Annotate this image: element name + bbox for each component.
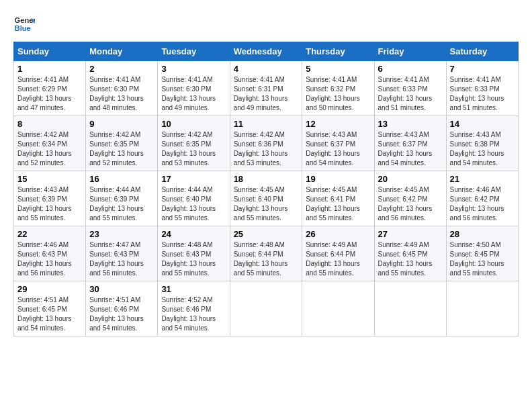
day-number: 27 — [378, 229, 443, 239]
day-info: Sunrise: 4:45 AMSunset: 6:40 PMDaylight:… — [234, 185, 299, 223]
calendar-cell: 13 Sunrise: 4:43 AMSunset: 6:37 PMDaylig… — [374, 116, 446, 171]
day-info: Sunrise: 4:41 AMSunset: 6:30 PMDaylight:… — [161, 75, 226, 113]
day-info: Sunrise: 4:41 AMSunset: 6:29 PMDaylight:… — [17, 75, 82, 113]
day-number: 26 — [306, 229, 370, 239]
day-number: 20 — [378, 174, 443, 184]
day-number: 7 — [450, 64, 515, 74]
page-header: General Blue — [13, 13, 519, 35]
day-info: Sunrise: 4:42 AMSunset: 6:34 PMDaylight:… — [17, 130, 82, 168]
day-number: 2 — [89, 64, 154, 74]
day-info: Sunrise: 4:51 AMSunset: 6:46 PMDaylight:… — [89, 295, 154, 333]
day-info: Sunrise: 4:41 AMSunset: 6:33 PMDaylight:… — [378, 75, 443, 113]
calendar-cell: 10 Sunrise: 4:42 AMSunset: 6:35 PMDaylig… — [158, 116, 230, 171]
day-info: Sunrise: 4:50 AMSunset: 6:45 PMDaylight:… — [450, 240, 515, 278]
calendar-cell: 25 Sunrise: 4:48 AMSunset: 6:44 PMDaylig… — [230, 226, 302, 281]
weekday-header-tuesday: Tuesday — [158, 42, 230, 61]
day-number: 16 — [89, 174, 154, 184]
day-info: Sunrise: 4:44 AMSunset: 6:39 PMDaylight:… — [89, 185, 154, 223]
day-number: 6 — [378, 64, 443, 74]
calendar-week-2: 8 Sunrise: 4:42 AMSunset: 6:34 PMDayligh… — [14, 116, 519, 171]
day-number: 29 — [17, 284, 82, 294]
day-number: 4 — [234, 64, 299, 74]
day-number: 14 — [450, 119, 515, 129]
day-number: 10 — [161, 119, 226, 129]
calendar-cell: 22 Sunrise: 4:46 AMSunset: 6:43 PMDaylig… — [14, 226, 86, 281]
calendar-cell: 6 Sunrise: 4:41 AMSunset: 6:33 PMDayligh… — [374, 61, 446, 116]
day-info: Sunrise: 4:49 AMSunset: 6:44 PMDaylight:… — [306, 240, 370, 278]
calendar-cell: 21 Sunrise: 4:46 AMSunset: 6:42 PMDaylig… — [446, 171, 518, 226]
calendar-cell: 26 Sunrise: 4:49 AMSunset: 6:44 PMDaylig… — [302, 226, 374, 281]
day-info: Sunrise: 4:52 AMSunset: 6:46 PMDaylight:… — [161, 295, 226, 333]
day-number: 23 — [89, 229, 154, 239]
day-number: 22 — [17, 229, 82, 239]
calendar-week-3: 15 Sunrise: 4:43 AMSunset: 6:39 PMDaylig… — [14, 171, 519, 226]
day-number: 19 — [306, 174, 370, 184]
day-number: 5 — [306, 64, 370, 74]
day-number: 11 — [234, 119, 299, 129]
day-info: Sunrise: 4:49 AMSunset: 6:45 PMDaylight:… — [378, 240, 443, 278]
calendar-cell: 7 Sunrise: 4:41 AMSunset: 6:33 PMDayligh… — [446, 61, 518, 116]
calendar-cell: 9 Sunrise: 4:42 AMSunset: 6:35 PMDayligh… — [86, 116, 158, 171]
calendar-cell: 23 Sunrise: 4:47 AMSunset: 6:43 PMDaylig… — [86, 226, 158, 281]
day-number: 28 — [450, 229, 515, 239]
calendar-cell: 12 Sunrise: 4:43 AMSunset: 6:37 PMDaylig… — [302, 116, 374, 171]
day-info: Sunrise: 4:43 AMSunset: 6:37 PMDaylight:… — [378, 130, 443, 168]
calendar-header-row: SundayMondayTuesdayWednesdayThursdayFrid… — [14, 42, 519, 61]
calendar-table: SundayMondayTuesdayWednesdayThursdayFrid… — [13, 42, 519, 336]
weekday-header-saturday: Saturday — [446, 42, 518, 61]
day-info: Sunrise: 4:48 AMSunset: 6:44 PMDaylight:… — [234, 240, 299, 278]
calendar-cell: 28 Sunrise: 4:50 AMSunset: 6:45 PMDaylig… — [446, 226, 518, 281]
weekday-header-sunday: Sunday — [14, 42, 86, 61]
calendar-cell: 18 Sunrise: 4:45 AMSunset: 6:40 PMDaylig… — [230, 171, 302, 226]
weekday-header-thursday: Thursday — [302, 42, 374, 61]
day-number: 21 — [450, 174, 515, 184]
day-number: 30 — [89, 284, 154, 294]
day-info: Sunrise: 4:44 AMSunset: 6:40 PMDaylight:… — [161, 185, 226, 223]
calendar-cell: 27 Sunrise: 4:49 AMSunset: 6:45 PMDaylig… — [374, 226, 446, 281]
calendar-week-1: 1 Sunrise: 4:41 AMSunset: 6:29 PMDayligh… — [14, 61, 519, 116]
calendar-cell: 20 Sunrise: 4:45 AMSunset: 6:42 PMDaylig… — [374, 171, 446, 226]
day-number: 9 — [89, 119, 154, 129]
day-info: Sunrise: 4:43 AMSunset: 6:39 PMDaylight:… — [17, 185, 82, 223]
day-info: Sunrise: 4:41 AMSunset: 6:33 PMDaylight:… — [450, 75, 515, 113]
logo: General Blue — [13, 13, 35, 35]
weekday-header-monday: Monday — [86, 42, 158, 61]
day-info: Sunrise: 4:46 AMSunset: 6:42 PMDaylight:… — [450, 185, 515, 223]
day-info: Sunrise: 4:48 AMSunset: 6:43 PMDaylight:… — [161, 240, 226, 278]
day-info: Sunrise: 4:41 AMSunset: 6:31 PMDaylight:… — [234, 75, 299, 113]
day-number: 13 — [378, 119, 443, 129]
calendar-cell: 17 Sunrise: 4:44 AMSunset: 6:40 PMDaylig… — [158, 171, 230, 226]
calendar-cell — [374, 281, 446, 336]
calendar-week-5: 29 Sunrise: 4:51 AMSunset: 6:45 PMDaylig… — [14, 281, 519, 336]
day-info: Sunrise: 4:45 AMSunset: 6:41 PMDaylight:… — [306, 185, 370, 223]
calendar-cell: 16 Sunrise: 4:44 AMSunset: 6:39 PMDaylig… — [86, 171, 158, 226]
day-number: 17 — [161, 174, 226, 184]
calendar-cell: 1 Sunrise: 4:41 AMSunset: 6:29 PMDayligh… — [14, 61, 86, 116]
calendar-cell — [230, 281, 302, 336]
day-info: Sunrise: 4:47 AMSunset: 6:43 PMDaylight:… — [89, 240, 154, 278]
day-number: 12 — [306, 119, 370, 129]
weekday-header-wednesday: Wednesday — [230, 42, 302, 61]
calendar-cell: 19 Sunrise: 4:45 AMSunset: 6:41 PMDaylig… — [302, 171, 374, 226]
day-info: Sunrise: 4:42 AMSunset: 6:35 PMDaylight:… — [161, 130, 226, 168]
day-number: 31 — [161, 284, 226, 294]
calendar-cell: 11 Sunrise: 4:42 AMSunset: 6:36 PMDaylig… — [230, 116, 302, 171]
day-number: 25 — [234, 229, 299, 239]
day-number: 15 — [17, 174, 82, 184]
calendar-cell: 2 Sunrise: 4:41 AMSunset: 6:30 PMDayligh… — [86, 61, 158, 116]
calendar-cell: 31 Sunrise: 4:52 AMSunset: 6:46 PMDaylig… — [158, 281, 230, 336]
calendar-cell: 30 Sunrise: 4:51 AMSunset: 6:46 PMDaylig… — [86, 281, 158, 336]
calendar-cell: 14 Sunrise: 4:43 AMSunset: 6:38 PMDaylig… — [446, 116, 518, 171]
day-number: 1 — [17, 64, 82, 74]
calendar-cell: 29 Sunrise: 4:51 AMSunset: 6:45 PMDaylig… — [14, 281, 86, 336]
calendar-cell: 24 Sunrise: 4:48 AMSunset: 6:43 PMDaylig… — [158, 226, 230, 281]
day-number: 3 — [161, 64, 226, 74]
day-info: Sunrise: 4:41 AMSunset: 6:30 PMDaylight:… — [89, 75, 154, 113]
calendar-cell: 5 Sunrise: 4:41 AMSunset: 6:32 PMDayligh… — [302, 61, 374, 116]
calendar-cell: 4 Sunrise: 4:41 AMSunset: 6:31 PMDayligh… — [230, 61, 302, 116]
day-number: 18 — [234, 174, 299, 184]
calendar-cell — [446, 281, 518, 336]
day-info: Sunrise: 4:41 AMSunset: 6:32 PMDaylight:… — [306, 75, 370, 113]
logo-icon: General Blue — [13, 13, 35, 35]
day-info: Sunrise: 4:43 AMSunset: 6:38 PMDaylight:… — [450, 130, 515, 168]
